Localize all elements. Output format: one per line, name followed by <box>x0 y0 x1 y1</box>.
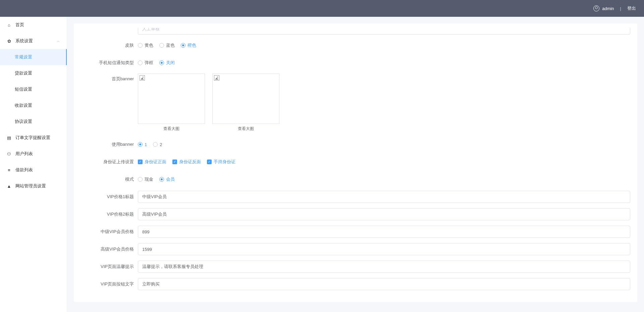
submenu-receipt[interactable]: 收款设置 <box>0 97 67 114</box>
user-block: admin | 登出 <box>593 5 636 11</box>
banner-slot-2: 查看大图 <box>212 74 279 134</box>
radio-sms-popup[interactable]: 弹框 <box>138 60 153 66</box>
sidebar: ⌂ 首页 ✿ 系统设置 ︿ 常规设置 贷款设置 短信设置 收款设置 <box>0 17 67 312</box>
menu-system[interactable]: ✿ 系统设置 ︿ <box>0 33 67 49</box>
label-vip-tip: VIP页面温馨提示 <box>81 261 138 272</box>
row-banner: 首页banner 查看大图 查看大图 <box>81 74 630 134</box>
menu-order-reminder-label: 订单文字提醒设置 <box>15 135 50 141</box>
list-icon: ≡ <box>7 168 11 172</box>
menu-admins[interactable]: ▲ 网站管理员设置 <box>0 178 67 194</box>
banner-image-2[interactable] <box>212 74 279 124</box>
label-use-banner: 使用banner <box>81 139 138 150</box>
row-id-upload: 身份证上传设置 ✓身份证正面 ✓身份证反面 ✓手持身份证 <box>81 155 630 169</box>
avatar-icon <box>593 5 599 11</box>
radio-mode-cash[interactable]: 现金 <box>138 176 153 182</box>
submenu-general-label: 常规设置 <box>15 54 32 60</box>
topbar: admin | 登出 <box>0 0 644 17</box>
radio-use-banner-2[interactable]: 2 <box>153 142 162 147</box>
banner-image-1[interactable] <box>138 74 205 124</box>
row-sms-notify: 手机短信通知类型 弹框 关闭 <box>81 56 630 70</box>
form-panel: 人工审核 皮肤 黄色 蓝色 橙色 手机短信通知类型 弹框 <box>74 24 637 302</box>
label-vip-btn-text: VIP页面按钮文字 <box>81 279 138 289</box>
menu-users-label: 用户列表 <box>15 151 33 157</box>
submenu-agreement[interactable]: 协议设置 <box>0 114 67 130</box>
menu-system-label: 系统设置 <box>15 38 33 44</box>
row-skin: 皮肤 黄色 蓝色 橙色 <box>81 39 630 52</box>
gear-icon: ✿ <box>7 39 11 43</box>
row-use-banner: 使用banner 1 2 <box>81 138 630 151</box>
row-mid-vip-price: 中级VIP会员价格 <box>81 225 630 238</box>
submenu-loan-label: 贷款设置 <box>15 70 32 76</box>
chk-id-front[interactable]: ✓身份证正面 <box>138 159 166 165</box>
label-mode: 模式 <box>81 174 138 185</box>
radio-skin-orange[interactable]: 橙色 <box>181 42 196 48</box>
row-vip-btn-text: VIP页面按钮文字 <box>81 277 630 291</box>
banner-slot-1: 查看大图 <box>138 74 205 134</box>
divider: | <box>620 6 621 11</box>
submenu-sms[interactable]: 短信设置 <box>0 81 67 97</box>
label-vip1-title: VIP价格1标题 <box>81 191 138 202</box>
input-high-vip-price[interactable] <box>138 243 630 255</box>
row-vip2-title: VIP价格2标题 <box>81 208 630 221</box>
radio-skin-blue[interactable]: 蓝色 <box>159 42 175 48</box>
menu-order-reminder[interactable]: ▤ 订单文字提醒设置 <box>0 130 67 146</box>
logout-link[interactable]: 登出 <box>627 5 636 11</box>
submenu-general[interactable]: 常规设置 <box>0 49 67 65</box>
label-skin: 皮肤 <box>81 40 138 51</box>
row-vip1-title: VIP价格1标题 <box>81 190 630 204</box>
submenu-agreement-label: 协议设置 <box>15 119 32 125</box>
menu-users[interactable]: ⚇ 用户列表 <box>0 146 67 162</box>
broken-image-icon <box>214 75 219 81</box>
username[interactable]: admin <box>602 6 614 11</box>
row-vip-tip: VIP页面温馨提示 <box>81 260 630 273</box>
label-mid-vip-price: 中级VIP会员价格 <box>81 226 138 237</box>
label-vip2-title: VIP价格2标题 <box>81 209 138 220</box>
radio-skin-yellow[interactable]: 黄色 <box>138 42 153 48</box>
menu-admins-label: 网站管理员设置 <box>15 183 46 189</box>
row-mode: 模式 现金 会员 <box>81 173 630 186</box>
chevron-up-icon: ︿ <box>57 39 60 43</box>
chk-id-hand[interactable]: ✓手持身份证 <box>207 159 235 165</box>
row-high-vip-price: 高级VIP会员价格 <box>81 242 630 256</box>
label-sms-notify: 手机短信通知类型 <box>81 57 138 68</box>
label-high-vip-price: 高级VIP会员价格 <box>81 244 138 255</box>
menu-loans-label: 借款列表 <box>15 167 33 173</box>
cutoff-placeholder: 人工审核 <box>138 28 630 35</box>
input-vip2-title[interactable] <box>138 208 630 220</box>
submenu-system: 常规设置 贷款设置 短信设置 收款设置 协议设置 <box>0 49 67 130</box>
submenu-loan[interactable]: 贷款设置 <box>0 65 67 81</box>
radio-mode-member[interactable]: 会员 <box>159 176 175 182</box>
person-icon: ▲ <box>7 184 11 188</box>
menu-home-label: 首页 <box>15 22 24 28</box>
input-vip-tip[interactable] <box>138 261 630 273</box>
content-area: 人工审核 皮肤 黄色 蓝色 橙色 手机短信通知类型 弹框 <box>67 17 644 312</box>
row-cutoff: 人工审核 <box>81 28 630 35</box>
input-vip1-title[interactable] <box>138 191 630 203</box>
input-mid-vip-price[interactable] <box>138 226 630 238</box>
broken-image-icon <box>140 75 145 81</box>
users-icon: ⚇ <box>7 151 11 156</box>
chk-id-back[interactable]: ✓身份证反面 <box>172 159 201 165</box>
radio-use-banner-1[interactable]: 1 <box>138 142 147 147</box>
radio-sms-off[interactable]: 关闭 <box>159 60 175 66</box>
submenu-receipt-label: 收款设置 <box>15 102 32 108</box>
view-big-1[interactable]: 查看大图 <box>138 124 205 134</box>
view-big-2[interactable]: 查看大图 <box>212 124 279 134</box>
document-icon: ▤ <box>7 135 11 140</box>
home-icon: ⌂ <box>7 23 11 27</box>
input-vip-btn-text[interactable] <box>138 278 630 290</box>
label-banner: 首页banner <box>81 74 138 84</box>
label-id-upload: 身份证上传设置 <box>81 157 138 167</box>
submenu-sms-label: 短信设置 <box>15 86 32 92</box>
menu-home[interactable]: ⌂ 首页 <box>0 17 67 33</box>
menu-loans[interactable]: ≡ 借款列表 <box>0 162 67 178</box>
